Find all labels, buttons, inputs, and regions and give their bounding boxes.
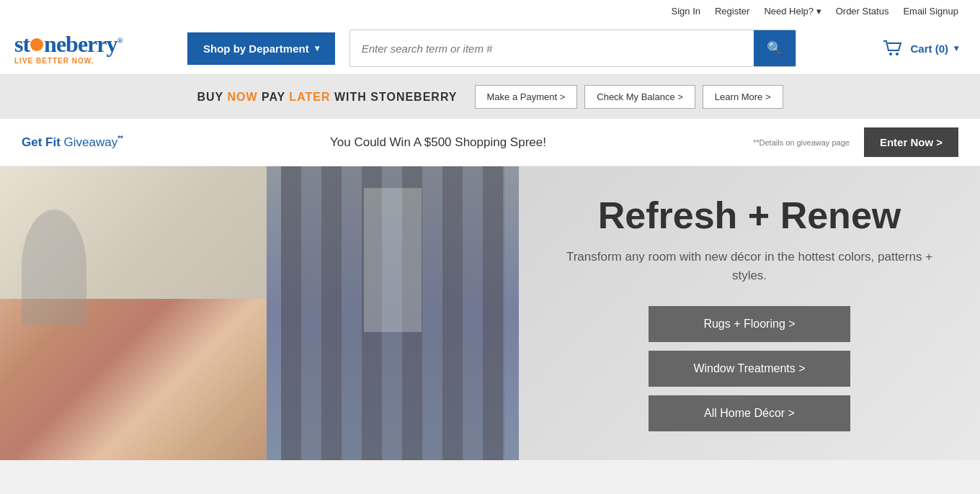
hero-subtitle: Transform any room with new décor in the… [555,248,944,284]
learn-more-button[interactable]: Learn More > [703,85,783,109]
check-balance-button[interactable]: Check My Balance > [584,85,695,109]
promo-pay: PAY [262,91,285,103]
top-navigation: Sign In Register Need Help? ▾ Order Stat… [0,0,980,22]
search-button[interactable]: 🔍 [754,30,796,66]
hero-images [0,166,519,460]
promo-now: now [227,91,257,103]
hero-curtain-image [267,166,519,460]
need-help-link[interactable]: Need Help? ▾ [764,6,821,17]
hero-title: Refresh + Renew [598,195,901,236]
shop-dept-label: Shop by Department [203,42,309,55]
hero-section: Refresh + Renew Transform any room with … [0,166,980,460]
giveaway-details: **Details on giveaway page [753,138,850,147]
svg-point-0 [889,53,892,55]
cart-label: Cart (0) [910,42,948,55]
search-input[interactable] [350,32,754,65]
make-payment-button[interactable]: Make a Payment > [475,85,578,109]
logo-circle-icon [30,38,43,51]
chevron-down-icon: ▾ [315,43,319,53]
promo-later: later [289,91,330,103]
rugs-flooring-button[interactable]: Rugs + Flooring > [649,306,850,342]
sign-in-link[interactable]: Sign In [672,6,700,17]
need-help-chevron-icon: ▾ [816,6,821,17]
window-treatments-button[interactable]: Window Treatments > [649,351,850,387]
search-icon: 🔍 [767,40,783,56]
shop-by-department-button[interactable]: Shop by Department ▾ [187,32,335,65]
rug-room-background [0,166,267,460]
promo-with: WITH STONEBERRY [334,91,458,103]
promo-buy: BUY [197,91,223,103]
promo-text: BUY now PAY later WITH STONEBERRY [197,91,457,104]
register-link[interactable]: Register [715,6,749,17]
giveaway-description: You Could Win A $500 Shopping Spree! [138,135,739,150]
search-bar: 🔍 [349,30,796,67]
promo-banner: BUY now PAY later WITH STONEBERRY Make a… [0,75,980,119]
cart-chevron-icon: ▾ [954,43,958,53]
hero-content: Refresh + Renew Transform any room with … [519,166,980,460]
site-header: stneberry® LIVE BETTER NOW. Shop by Depa… [0,22,980,75]
logo-text: stneberry® [14,32,122,55]
hero-rug-image [0,166,267,460]
giveaway-get-fit-label: Get Fit [22,135,61,149]
curtain-room-background [267,166,519,460]
giveaway-title: Get Fit Giveaway** [22,135,123,150]
all-home-decor-button[interactable]: All Home Décor > [649,395,850,431]
email-signup-link[interactable]: Email Signup [903,6,958,17]
enter-now-button[interactable]: Enter Now > [864,127,958,157]
svg-point-1 [896,53,899,55]
need-help-label: Need Help? [764,6,814,17]
giveaway-stars: ** [117,135,123,143]
giveaway-bar: Get Fit Giveaway** You Could Win A $500 … [0,119,980,166]
logo-registered: ® [117,36,122,45]
promo-buttons: Make a Payment > Check My Balance > Lear… [475,85,783,109]
hero-category-buttons: Rugs + Flooring > Window Treatments > Al… [649,306,850,431]
giveaway-giveaway-label: Giveaway [64,135,118,149]
logo-tagline: LIVE BETTER NOW. [14,57,94,65]
logo[interactable]: stneberry® LIVE BETTER NOW. [14,32,173,65]
cart-button[interactable]: Cart (0) ▾ [883,40,958,57]
order-status-link[interactable]: Order Status [836,6,889,17]
cart-icon [883,40,904,57]
